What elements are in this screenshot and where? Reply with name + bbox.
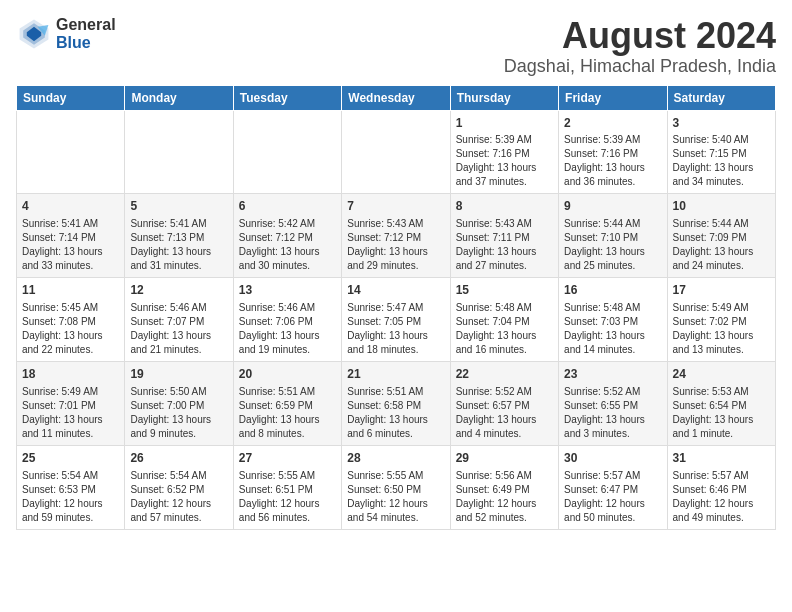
day-number: 31 xyxy=(673,450,770,467)
day-number: 26 xyxy=(130,450,227,467)
day-number: 27 xyxy=(239,450,336,467)
day-number: 2 xyxy=(564,115,661,132)
day-info: Sunrise: 5:51 AM Sunset: 6:58 PM Dayligh… xyxy=(347,385,444,441)
calendar-cell: 27Sunrise: 5:55 AM Sunset: 6:51 PM Dayli… xyxy=(233,445,341,529)
day-number: 9 xyxy=(564,198,661,215)
day-number: 24 xyxy=(673,366,770,383)
logo: General Blue xyxy=(16,16,116,52)
calendar-cell: 10Sunrise: 5:44 AM Sunset: 7:09 PM Dayli… xyxy=(667,194,775,278)
day-info: Sunrise: 5:53 AM Sunset: 6:54 PM Dayligh… xyxy=(673,385,770,441)
header-day-friday: Friday xyxy=(559,85,667,110)
day-info: Sunrise: 5:41 AM Sunset: 7:13 PM Dayligh… xyxy=(130,217,227,273)
calendar-cell: 28Sunrise: 5:55 AM Sunset: 6:50 PM Dayli… xyxy=(342,445,450,529)
calendar-cell: 21Sunrise: 5:51 AM Sunset: 6:58 PM Dayli… xyxy=(342,361,450,445)
header-row: SundayMondayTuesdayWednesdayThursdayFrid… xyxy=(17,85,776,110)
calendar-cell xyxy=(125,110,233,194)
day-info: Sunrise: 5:56 AM Sunset: 6:49 PM Dayligh… xyxy=(456,469,553,525)
day-number: 6 xyxy=(239,198,336,215)
day-number: 30 xyxy=(564,450,661,467)
title-block: August 2024 Dagshai, Himachal Pradesh, I… xyxy=(504,16,776,77)
logo-icon xyxy=(16,16,52,52)
page-header: General Blue August 2024 Dagshai, Himach… xyxy=(16,16,776,77)
day-info: Sunrise: 5:42 AM Sunset: 7:12 PM Dayligh… xyxy=(239,217,336,273)
calendar-cell: 23Sunrise: 5:52 AM Sunset: 6:55 PM Dayli… xyxy=(559,361,667,445)
day-info: Sunrise: 5:44 AM Sunset: 7:10 PM Dayligh… xyxy=(564,217,661,273)
day-number: 3 xyxy=(673,115,770,132)
header-day-sunday: Sunday xyxy=(17,85,125,110)
day-number: 11 xyxy=(22,282,119,299)
calendar-cell: 18Sunrise: 5:49 AM Sunset: 7:01 PM Dayli… xyxy=(17,361,125,445)
calendar-cell: 11Sunrise: 5:45 AM Sunset: 7:08 PM Dayli… xyxy=(17,278,125,362)
day-number: 10 xyxy=(673,198,770,215)
calendar-cell: 1Sunrise: 5:39 AM Sunset: 7:16 PM Daylig… xyxy=(450,110,558,194)
day-info: Sunrise: 5:47 AM Sunset: 7:05 PM Dayligh… xyxy=(347,301,444,357)
header-day-saturday: Saturday xyxy=(667,85,775,110)
calendar-cell: 4Sunrise: 5:41 AM Sunset: 7:14 PM Daylig… xyxy=(17,194,125,278)
calendar-cell: 25Sunrise: 5:54 AM Sunset: 6:53 PM Dayli… xyxy=(17,445,125,529)
day-info: Sunrise: 5:44 AM Sunset: 7:09 PM Dayligh… xyxy=(673,217,770,273)
day-info: Sunrise: 5:48 AM Sunset: 7:03 PM Dayligh… xyxy=(564,301,661,357)
page-title: August 2024 xyxy=(504,16,776,56)
day-number: 16 xyxy=(564,282,661,299)
calendar-cell: 31Sunrise: 5:57 AM Sunset: 6:46 PM Dayli… xyxy=(667,445,775,529)
calendar-cell: 17Sunrise: 5:49 AM Sunset: 7:02 PM Dayli… xyxy=(667,278,775,362)
week-row-3: 11Sunrise: 5:45 AM Sunset: 7:08 PM Dayli… xyxy=(17,278,776,362)
calendar-cell: 22Sunrise: 5:52 AM Sunset: 6:57 PM Dayli… xyxy=(450,361,558,445)
calendar-cell: 8Sunrise: 5:43 AM Sunset: 7:11 PM Daylig… xyxy=(450,194,558,278)
day-number: 28 xyxy=(347,450,444,467)
week-row-2: 4Sunrise: 5:41 AM Sunset: 7:14 PM Daylig… xyxy=(17,194,776,278)
day-info: Sunrise: 5:43 AM Sunset: 7:11 PM Dayligh… xyxy=(456,217,553,273)
day-info: Sunrise: 5:46 AM Sunset: 7:07 PM Dayligh… xyxy=(130,301,227,357)
day-info: Sunrise: 5:39 AM Sunset: 7:16 PM Dayligh… xyxy=(456,133,553,189)
day-number: 20 xyxy=(239,366,336,383)
day-number: 25 xyxy=(22,450,119,467)
day-number: 15 xyxy=(456,282,553,299)
day-number: 21 xyxy=(347,366,444,383)
day-number: 14 xyxy=(347,282,444,299)
day-info: Sunrise: 5:54 AM Sunset: 6:52 PM Dayligh… xyxy=(130,469,227,525)
calendar-cell: 26Sunrise: 5:54 AM Sunset: 6:52 PM Dayli… xyxy=(125,445,233,529)
calendar-cell xyxy=(342,110,450,194)
day-number: 23 xyxy=(564,366,661,383)
day-number: 29 xyxy=(456,450,553,467)
calendar-cell: 30Sunrise: 5:57 AM Sunset: 6:47 PM Dayli… xyxy=(559,445,667,529)
day-info: Sunrise: 5:55 AM Sunset: 6:51 PM Dayligh… xyxy=(239,469,336,525)
calendar-cell: 7Sunrise: 5:43 AM Sunset: 7:12 PM Daylig… xyxy=(342,194,450,278)
calendar-cell: 9Sunrise: 5:44 AM Sunset: 7:10 PM Daylig… xyxy=(559,194,667,278)
day-info: Sunrise: 5:51 AM Sunset: 6:59 PM Dayligh… xyxy=(239,385,336,441)
calendar-cell xyxy=(17,110,125,194)
day-number: 18 xyxy=(22,366,119,383)
day-info: Sunrise: 5:40 AM Sunset: 7:15 PM Dayligh… xyxy=(673,133,770,189)
calendar-table: SundayMondayTuesdayWednesdayThursdayFrid… xyxy=(16,85,776,530)
calendar-cell: 12Sunrise: 5:46 AM Sunset: 7:07 PM Dayli… xyxy=(125,278,233,362)
calendar-cell: 19Sunrise: 5:50 AM Sunset: 7:00 PM Dayli… xyxy=(125,361,233,445)
day-number: 22 xyxy=(456,366,553,383)
day-number: 17 xyxy=(673,282,770,299)
header-day-monday: Monday xyxy=(125,85,233,110)
day-number: 19 xyxy=(130,366,227,383)
calendar-cell: 2Sunrise: 5:39 AM Sunset: 7:16 PM Daylig… xyxy=(559,110,667,194)
calendar-cell: 14Sunrise: 5:47 AM Sunset: 7:05 PM Dayli… xyxy=(342,278,450,362)
day-info: Sunrise: 5:41 AM Sunset: 7:14 PM Dayligh… xyxy=(22,217,119,273)
day-number: 1 xyxy=(456,115,553,132)
calendar-cell: 13Sunrise: 5:46 AM Sunset: 7:06 PM Dayli… xyxy=(233,278,341,362)
day-number: 12 xyxy=(130,282,227,299)
calendar-cell: 20Sunrise: 5:51 AM Sunset: 6:59 PM Dayli… xyxy=(233,361,341,445)
calendar-body: 1Sunrise: 5:39 AM Sunset: 7:16 PM Daylig… xyxy=(17,110,776,529)
day-number: 8 xyxy=(456,198,553,215)
week-row-5: 25Sunrise: 5:54 AM Sunset: 6:53 PM Dayli… xyxy=(17,445,776,529)
day-number: 7 xyxy=(347,198,444,215)
week-row-1: 1Sunrise: 5:39 AM Sunset: 7:16 PM Daylig… xyxy=(17,110,776,194)
logo-text: General xyxy=(56,16,116,34)
day-info: Sunrise: 5:57 AM Sunset: 6:46 PM Dayligh… xyxy=(673,469,770,525)
day-number: 5 xyxy=(130,198,227,215)
header-day-tuesday: Tuesday xyxy=(233,85,341,110)
calendar-cell: 29Sunrise: 5:56 AM Sunset: 6:49 PM Dayli… xyxy=(450,445,558,529)
calendar-cell: 15Sunrise: 5:48 AM Sunset: 7:04 PM Dayli… xyxy=(450,278,558,362)
day-info: Sunrise: 5:52 AM Sunset: 6:57 PM Dayligh… xyxy=(456,385,553,441)
day-info: Sunrise: 5:46 AM Sunset: 7:06 PM Dayligh… xyxy=(239,301,336,357)
day-info: Sunrise: 5:39 AM Sunset: 7:16 PM Dayligh… xyxy=(564,133,661,189)
header-day-wednesday: Wednesday xyxy=(342,85,450,110)
header-day-thursday: Thursday xyxy=(450,85,558,110)
calendar-cell: 16Sunrise: 5:48 AM Sunset: 7:03 PM Dayli… xyxy=(559,278,667,362)
